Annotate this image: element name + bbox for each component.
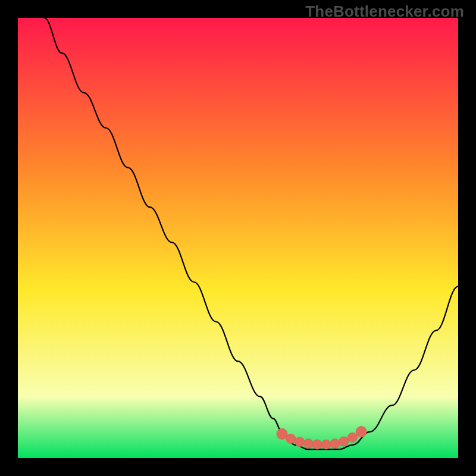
marker-dot <box>295 437 305 447</box>
marker-dot <box>321 440 331 449</box>
marker-dot <box>286 434 296 443</box>
marker-dot <box>330 439 340 449</box>
marker-dot <box>339 437 349 446</box>
marker-dot <box>312 440 322 449</box>
marker-dot <box>303 439 313 449</box>
marker-dot <box>277 428 287 439</box>
chart-svg <box>18 18 458 458</box>
marker-dot <box>347 433 357 442</box>
chart-frame: TheBottlenecker.com <box>0 0 476 476</box>
marker-dot <box>356 427 367 437</box>
plot-area <box>18 18 458 458</box>
gradient-background <box>18 18 458 458</box>
